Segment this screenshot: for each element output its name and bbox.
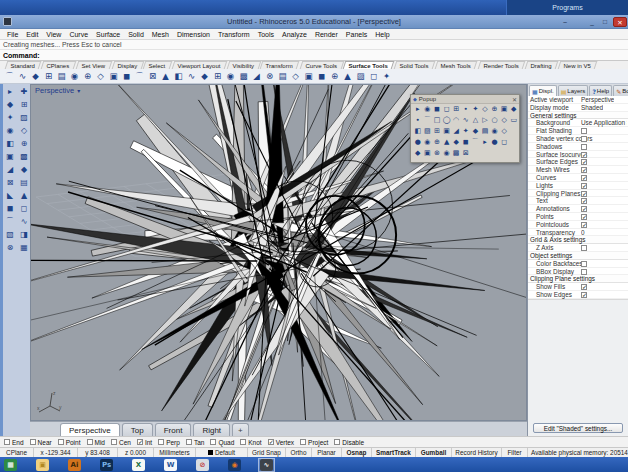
toolbar-icon-3[interactable]: ⊞ xyxy=(42,70,55,83)
popup-icon-1-4[interactable]: ◠ xyxy=(451,115,461,126)
popup-icon-3-0[interactable]: ● xyxy=(413,137,423,148)
viewport-tab-top[interactable]: Top xyxy=(122,423,153,436)
toolbar-icon-12[interactable]: ▲ xyxy=(159,70,172,83)
popup-icon-2-7[interactable]: ▤ xyxy=(480,126,490,137)
toolbar-tab-standard[interactable]: Standard xyxy=(5,61,42,69)
popup-icon-2-4[interactable]: ◢ xyxy=(451,126,461,137)
toolbar-tab-set-view[interactable]: Set View xyxy=(76,61,112,69)
minimize-button[interactable]: _ xyxy=(587,17,597,27)
popup-icon-0-10[interactable]: ◆ xyxy=(509,104,519,115)
toolbar-icon-6[interactable]: ⊕ xyxy=(81,70,94,83)
menu-edit[interactable]: Edit xyxy=(22,31,42,38)
status-default[interactable]: Default xyxy=(196,448,248,457)
toolbar-tab-render-tools[interactable]: Render Tools xyxy=(477,61,525,69)
popup-icon-0-2[interactable]: ◼ xyxy=(432,104,442,115)
toolbar-icon-16[interactable]: ⊞ xyxy=(211,70,224,83)
toolbar-tab-solid-tools[interactable]: Solid Tools xyxy=(394,61,436,69)
osnap-checkbox-quad[interactable] xyxy=(210,439,216,445)
osnap-checkbox-cen[interactable] xyxy=(111,439,117,445)
popup-icon-0-3[interactable]: ◻ xyxy=(442,104,452,115)
status-planar[interactable]: Planar xyxy=(312,448,342,457)
menu-render[interactable]: Render xyxy=(311,31,342,38)
sidebar-tool-icon-6[interactable]: ◉ xyxy=(4,126,16,136)
popup-icon-2-2[interactable]: ⊞ xyxy=(432,126,442,137)
sidebar-tool-icon-7[interactable]: ◇ xyxy=(18,126,30,136)
osnap-disable[interactable]: Disable xyxy=(334,439,364,446)
checkbox-surface-edges[interactable]: ✓ xyxy=(581,159,587,165)
sidebar-tool-icon-22[interactable]: ▧ xyxy=(4,230,16,240)
sidebar-tool-icon-3[interactable]: ⊞ xyxy=(18,100,30,110)
popup-icon-1-2[interactable]: □ xyxy=(432,115,442,126)
popup-icon-3-4[interactable]: ◆ xyxy=(451,137,461,148)
osnap-checkbox-int[interactable]: ✓ xyxy=(137,439,143,445)
sidebar-tool-icon-11[interactable]: ▩ xyxy=(18,152,30,162)
menu-transform[interactable]: Transform xyxy=(214,31,254,38)
sidebar-tool-icon-2[interactable]: ◆ xyxy=(4,100,16,110)
osnap-checkbox-mid[interactable] xyxy=(87,439,93,445)
popup-icon-2-1[interactable]: ▨ xyxy=(423,126,433,137)
osnap-cen[interactable]: Cen xyxy=(111,439,131,446)
taskbar-excel[interactable]: X xyxy=(132,459,145,471)
checkbox-surface-isocurves[interactable]: ✓ xyxy=(581,152,587,158)
viewport-tab-front[interactable]: Front xyxy=(155,423,192,436)
osnap-end[interactable]: End xyxy=(4,439,24,446)
popup-icon-0-5[interactable]: ∙ xyxy=(461,104,471,115)
toolbar-icon-26[interactable]: ▲ xyxy=(341,70,354,83)
value-transparency[interactable]: 0 xyxy=(581,229,585,237)
toolbar-icon-17[interactable]: ◉ xyxy=(224,70,237,83)
sidebar-tool-icon-21[interactable]: ∿ xyxy=(18,217,30,227)
checkbox-points[interactable]: ✓ xyxy=(581,214,587,220)
popup-icon-0-0[interactable]: ▸ xyxy=(413,104,423,115)
popup-icon-1-1[interactable]: ⌒ xyxy=(423,115,433,126)
toolbar-icon-10[interactable]: ⌒ xyxy=(133,70,146,83)
status-ortho[interactable]: Ortho xyxy=(286,448,312,457)
toolbar-icon-7[interactable]: ◇ xyxy=(94,70,107,83)
osnap-checkbox-vertex[interactable]: ✓ xyxy=(268,439,274,445)
checkbox-show-fills[interactable]: ✓ xyxy=(581,284,587,290)
toolbar-tab-viewport-layout[interactable]: Viewport Layout xyxy=(172,61,228,69)
osnap-project[interactable]: Project xyxy=(300,439,328,446)
taskbar-word[interactable]: W xyxy=(164,459,177,471)
toolbar-icon-11[interactable]: ⊠ xyxy=(146,70,159,83)
taskbar-photoshop[interactable]: Ps xyxy=(100,459,113,471)
popup-icon-3-1[interactable]: ◉ xyxy=(423,137,433,148)
toolbar-icon-2[interactable]: ◆ xyxy=(29,70,42,83)
osnap-checkbox-knot[interactable] xyxy=(240,439,246,445)
toolbar-icon-23[interactable]: ▣ xyxy=(302,70,315,83)
popup-icon-1-8[interactable]: ○ xyxy=(490,115,500,126)
toolbar-tab-visibility[interactable]: Visibility xyxy=(227,61,261,69)
popup-toolbar[interactable]: ◆ Popup ✕ ▸◉◼◻⊞∙✦◇⊕▣◆∙⌒□◯◠∿△▷○◇▭◧▨⊞▣◢✦◆▤… xyxy=(410,94,520,163)
popup-icon-4-2[interactable]: ⊗ xyxy=(432,148,442,159)
taskbar-rhinoceros[interactable]: ∿ xyxy=(258,458,275,472)
toolbar-icon-29[interactable]: ✦ xyxy=(380,70,393,83)
toolbar-tab-mesh-tools[interactable]: Mesh Tools xyxy=(435,61,478,69)
checkbox-shadows[interactable] xyxy=(581,144,587,150)
checkbox-bbox-display[interactable] xyxy=(581,269,587,275)
menu-curve[interactable]: Curve xyxy=(65,31,92,38)
osnap-near[interactable]: Near xyxy=(30,439,52,446)
status-z[interactable]: z 0.000 xyxy=(118,448,154,457)
titlebar[interactable]: Untitled - Rhinoceros 5.0 Educational - … xyxy=(0,15,628,29)
popup-icon-4-4[interactable]: ▩ xyxy=(451,148,461,159)
popup-icon-1-10[interactable]: ▭ xyxy=(509,115,519,126)
checkbox-clipping-planes[interactable]: ✓ xyxy=(581,191,587,197)
checkbox-pointclouds[interactable]: ✓ xyxy=(581,222,587,228)
popup-icon-2-0[interactable]: ◧ xyxy=(413,126,423,137)
panel-tab-layers[interactable]: ▤Layers xyxy=(558,85,589,96)
sidebar-tool-icon-8[interactable]: ◧ xyxy=(4,139,16,149)
osnap-checkbox-tan[interactable] xyxy=(186,439,192,445)
status-y[interactable]: y 83.408 xyxy=(78,448,118,457)
popup-icon-0-4[interactable]: ⊞ xyxy=(451,104,461,115)
popup-icon-2-8[interactable]: ◉ xyxy=(490,126,500,137)
toolbar-icon-14[interactable]: ∿ xyxy=(185,70,198,83)
osnap-knot[interactable]: Knot xyxy=(240,439,261,446)
checkbox-z-axis[interactable] xyxy=(581,245,587,251)
popup-icon-3-7[interactable]: ▸ xyxy=(480,137,490,148)
popup-icon-4-1[interactable]: ▣ xyxy=(423,148,433,159)
toolbar-tab-cplanes[interactable]: CPlanes xyxy=(41,61,76,69)
status-filter[interactable]: Filter xyxy=(502,448,528,457)
sidebar-tool-icon-1[interactable]: ✚ xyxy=(18,87,30,97)
osnap-checkbox-point[interactable] xyxy=(58,439,64,445)
popup-icon-1-3[interactable]: ◯ xyxy=(442,115,452,126)
programs-taskbar-tab[interactable]: Programs xyxy=(506,0,628,15)
